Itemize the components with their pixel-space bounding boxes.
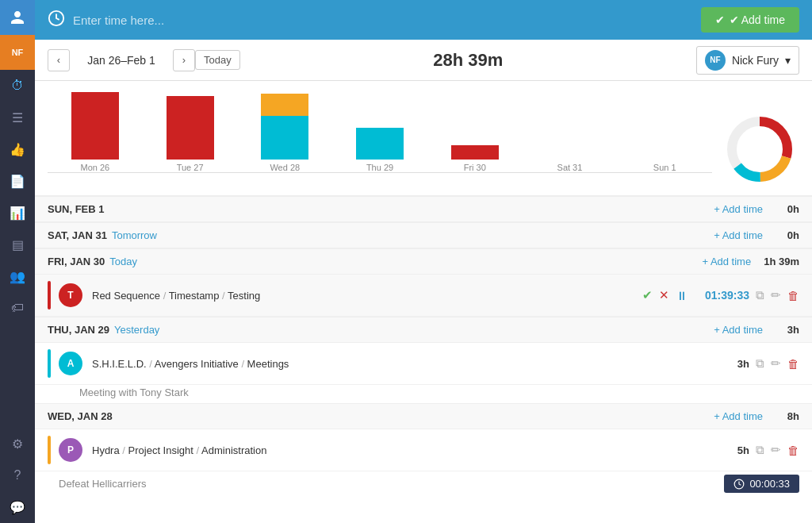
day-total-fri: 1h 39m <box>764 256 799 267</box>
user-name: Nick Fury <box>732 54 779 67</box>
entry-timer-display: 01:39:33 <box>694 289 749 302</box>
chart-bar-wed <box>261 94 308 160</box>
day-header-sun-feb-1: SUN, FEB 1 + Add time 0h <box>35 196 812 222</box>
entry-copy-icon-shield[interactable]: ⧉ <box>756 356 764 371</box>
day-total-wed: 8h <box>776 410 799 422</box>
topbar: ✔ ✔ Add time <box>35 0 812 40</box>
chart-col-tue: Tue 27 <box>143 96 238 172</box>
chart-col-fri: Fri 30 <box>427 145 523 172</box>
add-time-sun[interactable]: + Add time <box>714 203 763 215</box>
sidebar-doc-icon[interactable]: 📄 <box>0 165 35 197</box>
donut-chart <box>720 110 799 189</box>
day-sub-fri: Today <box>109 256 137 267</box>
entry-copy-icon[interactable]: ⧉ <box>756 288 764 302</box>
chart-label-mon: Mon 26 <box>81 163 110 172</box>
entry-x-icon[interactable]: ✕ <box>659 288 669 302</box>
total-time: 28h 39m <box>240 50 696 71</box>
entry-avatar-a: A <box>59 352 82 375</box>
entry-title-hydra: Hydra / Project Insight / Administration <box>92 444 719 456</box>
date-range: Jan 26–Feb 1 <box>78 54 165 67</box>
today-button[interactable]: Today <box>195 50 240 70</box>
day-label-sat: SAT, JAN 31 <box>48 229 107 241</box>
entry-shield: A S.H.I.E.L.D. / Avengers Initiative / M… <box>35 343 812 385</box>
sidebar-user-icon[interactable] <box>0 0 35 35</box>
chart-col-thu: Thu 29 <box>332 128 427 172</box>
day-header-fri-jan-30: FRI, JAN 30 Today + Add time 1h 39m <box>35 248 812 275</box>
day-header-thu-jan-29: THU, JAN 29 Yesterday + Add time 3h <box>35 317 812 343</box>
entry-edit-icon[interactable]: ✏ <box>771 288 781 302</box>
entry-title-red-sequence: Red Sequence / Timestamp / Testing <box>92 290 642 302</box>
entry-avatar-t: T <box>59 283 82 307</box>
chart-label-sun: Sun 1 <box>653 163 676 172</box>
chart-label-thu: Thu 29 <box>366 163 393 172</box>
day-total-sun: 0h <box>776 203 799 215</box>
content-area: Mon 26 Tue 27 <box>35 81 812 523</box>
navbar: ‹ Jan 26–Feb 1 › Today 28h 39m NF Nick F… <box>35 40 812 81</box>
time-entry-input[interactable] <box>73 13 701 27</box>
day-total-sat: 0h <box>776 229 799 241</box>
sidebar-help-icon[interactable]: ? <box>0 460 35 491</box>
entry-actions-active: ✔ ✕ ⏸ 01:39:33 ⧉ ✏ 🗑 <box>642 288 799 302</box>
bar-chart: Mon 26 Tue 27 <box>48 94 712 189</box>
prev-week-button[interactable]: ‹ <box>48 49 70 71</box>
chart-label-fri: Fri 30 <box>464 163 486 172</box>
bar-segment-cyan <box>261 116 308 160</box>
weekly-chart: Mon 26 Tue 27 <box>35 81 812 196</box>
timer-icon <box>733 479 745 490</box>
sidebar-gear-icon[interactable]: ⚙ <box>0 428 35 460</box>
chart-columns: Mon 26 Tue 27 <box>48 94 712 173</box>
day-header-sat-jan-31: SAT, JAN 31 Tomorrow + Add time 0h <box>35 222 812 248</box>
donut-svg <box>724 113 795 185</box>
add-time-label: ✔ Add time <box>730 13 785 26</box>
chart-col-wed: Wed 28 <box>237 94 332 172</box>
active-timer-badge[interactable]: 00:00:33 <box>724 475 799 493</box>
main-area: ✔ ✔ Add time ‹ Jan 26–Feb 1 › Today 28h … <box>35 0 812 523</box>
sidebar-team-icon[interactable]: 👥 <box>0 260 35 292</box>
entry-delete-icon-hydra[interactable]: 🗑 <box>787 444 799 457</box>
sidebar-chat-icon[interactable]: 💬 <box>0 491 35 523</box>
entry-color-bar-shield <box>48 349 51 378</box>
active-timer-value: 00:00:33 <box>749 478 790 490</box>
chart-bar-thu <box>356 128 404 160</box>
user-selector[interactable]: NF Nick Fury ▾ <box>696 46 799 75</box>
day-total-thu: 3h <box>776 324 799 336</box>
bar-segment <box>356 128 404 160</box>
entry-delete-icon[interactable]: 🗑 <box>787 289 799 302</box>
entry-title-shield: S.H.I.E.L.D. / Avengers Initiative / Mee… <box>92 358 719 370</box>
chart-bar-tue <box>167 96 214 160</box>
day-sub-sat: Tomorrow <box>112 229 157 241</box>
bar-segment-orange <box>261 94 308 116</box>
chart-label-tue: Tue 27 <box>177 163 204 172</box>
sidebar-clock-icon[interactable]: ⏱ <box>0 70 35 102</box>
entry-note-shield: Meeting with Tony Stark <box>35 385 812 403</box>
sidebar-list-icon[interactable]: ☰ <box>0 102 35 133</box>
entry-color-bar-hydra <box>48 436 51 464</box>
add-time-fri[interactable]: + Add time <box>702 256 751 267</box>
add-time-button[interactable]: ✔ ✔ Add time <box>701 7 799 33</box>
add-time-sat[interactable]: + Add time <box>714 229 763 241</box>
bar-segment <box>451 145 499 160</box>
checkmark-icon: ✔ <box>715 13 725 26</box>
add-time-thu[interactable]: + Add time <box>714 324 763 336</box>
hydra-note-row: Defeat Hellicarriers 00:00:33 <box>35 471 812 499</box>
entry-check-icon[interactable]: ✔ <box>642 288 653 302</box>
sidebar-chart-icon[interactable]: 📊 <box>0 197 35 229</box>
sidebar-lines-icon[interactable]: ▤ <box>0 229 35 260</box>
entry-hours-shield: 3h <box>726 358 749 370</box>
entry-actions-shield: 3h ⧉ ✏ 🗑 <box>719 356 799 371</box>
entry-pause-icon[interactable]: ⏸ <box>676 289 688 302</box>
day-label-thu: THU, JAN 29 <box>48 324 109 336</box>
sidebar-tag-icon[interactable]: 🏷 <box>0 292 35 324</box>
dropdown-arrow-icon: ▾ <box>785 54 791 67</box>
bar-segment <box>167 96 214 160</box>
entry-hydra: P Hydra / Project Insight / Administrati… <box>35 429 812 471</box>
entry-edit-icon-shield[interactable]: ✏ <box>771 356 781 371</box>
sidebar-thumb-icon[interactable]: 👍 <box>0 133 35 165</box>
sidebar-user-initials[interactable]: NF <box>0 35 35 70</box>
chart-col-sun: Sun 1 <box>617 160 712 172</box>
entry-delete-icon-shield[interactable]: 🗑 <box>787 357 799 371</box>
add-time-wed[interactable]: + Add time <box>714 410 763 422</box>
entry-copy-icon-hydra[interactable]: ⧉ <box>756 443 764 457</box>
entry-edit-icon-hydra[interactable]: ✏ <box>771 443 781 457</box>
next-week-button[interactable]: › <box>173 49 195 71</box>
